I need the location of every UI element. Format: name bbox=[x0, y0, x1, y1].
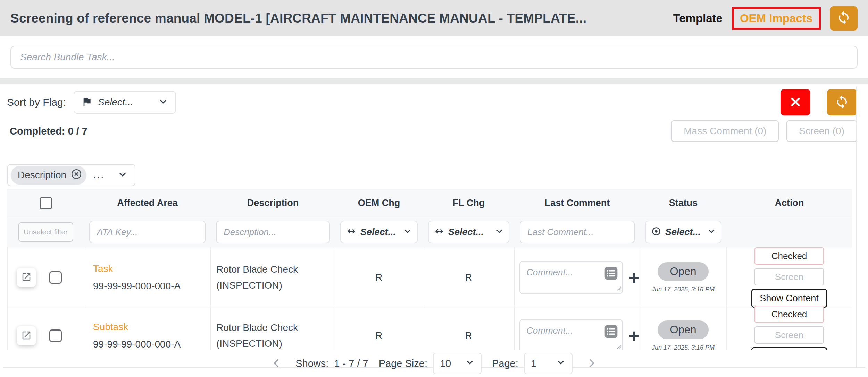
status-timestamp: Jun 17, 2025, 3:16 PM bbox=[652, 344, 715, 350]
app-header: Screening of reference manual MODEL-1 [A… bbox=[0, 0, 868, 36]
select-all-checkbox[interactable] bbox=[40, 197, 52, 209]
checked-button[interactable]: Checked bbox=[754, 247, 824, 265]
fl-chg-filter-value: Select... bbox=[448, 227, 491, 238]
refresh-table-button[interactable] bbox=[827, 89, 857, 115]
arrows-left-right-icon bbox=[434, 226, 444, 238]
description-filter-input[interactable] bbox=[216, 221, 330, 243]
list-icon bbox=[603, 277, 619, 282]
pagination-bar: Shows: 1 - 7 / 7 Page Size: 10 Page: 1 bbox=[0, 350, 868, 377]
show-content-button[interactable]: Show Content bbox=[751, 289, 827, 308]
status-badge: Open bbox=[658, 262, 709, 281]
show-content-button[interactable]: Show Content bbox=[751, 347, 827, 350]
oem-impacts-label: OEM Impacts bbox=[740, 12, 812, 25]
open-task-button[interactable] bbox=[17, 326, 36, 345]
comment-templates-button[interactable] bbox=[603, 266, 619, 281]
page-select[interactable]: 1 bbox=[524, 353, 573, 374]
sync-icon bbox=[835, 95, 849, 110]
fl-chg-filter-select[interactable]: Select... bbox=[428, 221, 509, 243]
column-visibility-select[interactable]: Description ... bbox=[7, 164, 135, 186]
chevron-down-icon bbox=[403, 227, 412, 237]
remove-chip-icon[interactable] bbox=[70, 168, 82, 182]
next-page-button[interactable] bbox=[583, 357, 600, 370]
completed-counter: Completed: 0 / 7 bbox=[10, 126, 87, 137]
fl-chg-value: R bbox=[423, 247, 515, 308]
table-body: Task 99-99-99-000-000-A Rotor Blade Chec… bbox=[7, 247, 852, 350]
clear-filters-button[interactable] bbox=[781, 89, 810, 115]
ata-code: 99-99-99-000-000-A bbox=[93, 339, 210, 350]
shows-label: Shows: bbox=[295, 358, 328, 369]
column-header-fl-chg: FL Chg bbox=[423, 198, 515, 208]
comment-templates-button[interactable] bbox=[603, 324, 619, 339]
flag-select[interactable]: Select... bbox=[74, 91, 176, 114]
mass-comment-button[interactable]: Mass Comment (0) bbox=[671, 120, 779, 142]
open-task-button[interactable] bbox=[17, 268, 36, 287]
task-description: Rotor Blade Check (INSPECTION) bbox=[216, 262, 329, 293]
screen-button[interactable]: Screen bbox=[754, 326, 824, 344]
task-description: Rotor Blade Check (INSPECTION) bbox=[216, 320, 329, 350]
screen-button[interactable]: Screen bbox=[754, 268, 824, 285]
previous-page-button[interactable] bbox=[268, 357, 285, 370]
comment-field-wrap bbox=[519, 261, 623, 294]
bundle-task-table: Affected Area Description OEM Chg FL Chg… bbox=[7, 189, 852, 350]
flag-icon bbox=[81, 96, 92, 109]
refresh-button[interactable] bbox=[830, 6, 858, 31]
header-actions: Template OEM Impacts bbox=[673, 6, 858, 31]
comment-field-wrap bbox=[519, 319, 623, 350]
checked-button[interactable]: Checked bbox=[754, 306, 824, 323]
row-checkbox[interactable] bbox=[49, 329, 62, 342]
chip-more-label: ... bbox=[93, 170, 105, 181]
sort-row: Sort by Flag: Select... bbox=[7, 89, 857, 115]
page-value: 1 bbox=[531, 358, 536, 369]
completed-row: Completed: 0 / 7 Mass Comment (0) Screen… bbox=[10, 120, 857, 142]
unselect-filter-button[interactable]: Unselect filter bbox=[18, 222, 73, 242]
tab-oem-impacts[interactable]: OEM Impacts bbox=[732, 7, 821, 30]
ata-code: 99-99-99-000-000-A bbox=[93, 281, 210, 292]
flag-select-value: Select... bbox=[98, 97, 152, 108]
oem-chg-filter-value: Select... bbox=[360, 227, 399, 238]
chevron-down-icon bbox=[556, 358, 566, 370]
chevron-down-icon bbox=[495, 227, 504, 237]
search-input[interactable] bbox=[10, 46, 858, 69]
close-icon bbox=[789, 95, 802, 110]
external-link-icon bbox=[21, 272, 32, 283]
sync-icon bbox=[836, 10, 851, 26]
screen-selected-button[interactable]: Screen (0) bbox=[786, 120, 857, 142]
list-icon bbox=[603, 335, 619, 340]
eye-icon bbox=[651, 226, 661, 238]
column-header-oem-chg: OEM Chg bbox=[335, 198, 423, 208]
chevron-down-icon bbox=[158, 96, 168, 108]
task-type-link[interactable]: Task bbox=[93, 263, 210, 274]
chevron-down-icon bbox=[465, 358, 475, 370]
task-type-link[interactable]: Subtask bbox=[93, 322, 210, 333]
ata-key-filter-input[interactable] bbox=[89, 221, 206, 243]
oem-chg-filter-select[interactable]: Select... bbox=[340, 221, 418, 243]
add-comment-button[interactable]: + bbox=[628, 326, 640, 345]
description-column-chip: Description bbox=[11, 166, 86, 185]
screening-panel: Sort by Flag: Select... Completed: 0 / 7… bbox=[0, 89, 868, 350]
table-row-subtask: Subtask 99-99-99-000-000-A Rotor Blade C… bbox=[7, 306, 852, 350]
tab-template[interactable]: Template bbox=[673, 12, 723, 25]
page-size-select[interactable]: 10 bbox=[433, 353, 482, 374]
table-header-row: Affected Area Description OEM Chg FL Chg… bbox=[7, 189, 852, 217]
search-section bbox=[0, 36, 868, 78]
status-timestamp: Jun 17, 2025, 3:16 PM bbox=[652, 286, 715, 293]
row-checkbox[interactable] bbox=[49, 271, 62, 284]
external-link-icon bbox=[21, 330, 32, 342]
arrows-left-right-icon bbox=[347, 226, 356, 238]
shows-value: 1 - 7 / 7 bbox=[334, 358, 368, 369]
last-comment-filter-input[interactable] bbox=[520, 221, 635, 243]
oem-chg-value: R bbox=[335, 247, 423, 308]
page-title: Screening of reference manual MODEL-1 [A… bbox=[10, 11, 665, 26]
status-badge: Open bbox=[658, 320, 709, 339]
chevron-down-icon bbox=[117, 169, 128, 181]
page-size-label: Page Size: bbox=[379, 358, 427, 369]
chip-label: Description bbox=[18, 170, 66, 181]
page-size-value: 10 bbox=[440, 358, 451, 369]
chevron-down-icon bbox=[707, 227, 716, 237]
add-comment-button[interactable]: + bbox=[628, 268, 640, 287]
status-filter-select[interactable]: Select... bbox=[645, 221, 721, 243]
fl-chg-value: R bbox=[423, 306, 515, 350]
column-header-action: Action bbox=[727, 198, 852, 208]
panel-right-border bbox=[856, 87, 857, 368]
column-header-affected-area: Affected Area bbox=[84, 198, 211, 208]
